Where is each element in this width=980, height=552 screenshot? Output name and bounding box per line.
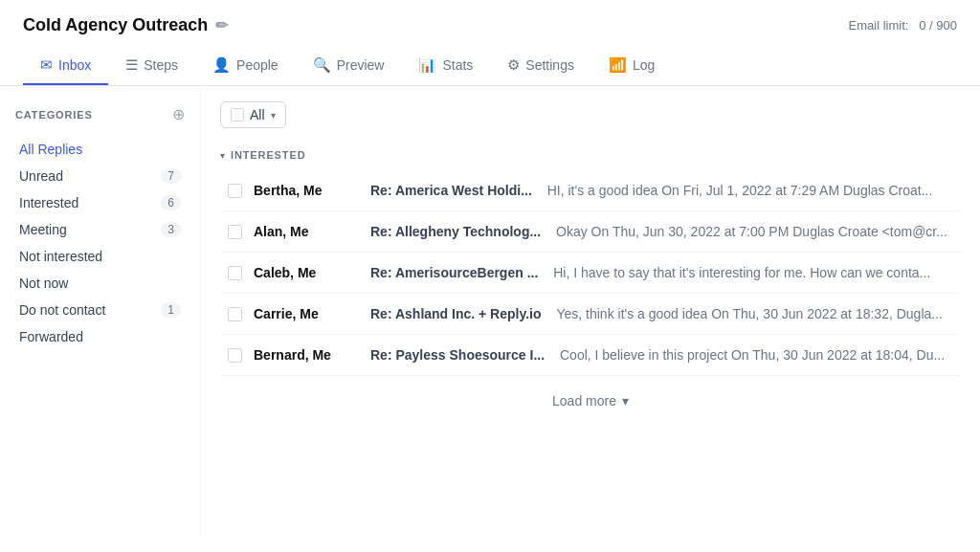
sender-2: Alan, Me	[254, 224, 359, 239]
interested-badge: 6	[161, 195, 181, 210]
row-checkbox-3[interactable]	[228, 266, 242, 280]
not-interested-label: Not interested	[19, 249, 102, 264]
forwarded-label: Forwarded	[19, 329, 83, 344]
main-layout: Categories ⊕ All Replies Unread 7 Intere…	[0, 86, 980, 538]
edit-icon[interactable]: ✏	[215, 16, 228, 34]
preview-3: Hi, I have to say that it's interesting …	[553, 265, 953, 280]
preview-4: Yes, think it's a good idea On Thu, 30 J…	[556, 306, 953, 321]
inbox-icon: ✉	[40, 56, 53, 74]
title-row: Cold Agency Outreach ✏ Email limit: 0 / …	[23, 15, 957, 35]
preview-1: HI, it's a good idea On Fri, Jul 1, 2022…	[547, 183, 953, 198]
categories-header: Categories ⊕	[15, 105, 185, 123]
subject-3: Re: AmerisourceBergen ...	[370, 265, 542, 280]
sender-1: Bertha, Me	[254, 183, 359, 198]
table-row[interactable]: Carrie, Me Re: Ashland Inc. + Reply.io Y…	[220, 294, 961, 335]
tab-preview[interactable]: 🔍 Preview	[296, 47, 402, 85]
steps-icon: ☰	[125, 56, 138, 74]
tab-log[interactable]: 📶 Log	[591, 47, 672, 85]
tab-inbox[interactable]: ✉ Inbox	[23, 47, 108, 85]
subject-4: Re: Ashland Inc. + Reply.io	[370, 306, 545, 321]
filter-label: All	[250, 107, 265, 122]
stats-icon: 📊	[418, 56, 436, 74]
load-more-label: Load more	[552, 393, 616, 408]
section-chevron-icon: ▾	[220, 150, 225, 161]
row-checkbox-5[interactable]	[228, 348, 242, 363]
section-title: Interested	[231, 149, 305, 161]
interested-section-header: ▾ Interested	[220, 144, 961, 166]
filter-chevron-icon: ▾	[271, 110, 276, 121]
all-replies-label: All Replies	[19, 142, 82, 157]
title-text: Cold Agency Outreach	[23, 15, 208, 35]
do-not-contact-label: Do not contact	[19, 302, 105, 318]
log-icon: 📶	[609, 56, 627, 74]
subject-1: Re: America West Holdi...	[370, 183, 536, 198]
sender-4: Carrie, Me	[254, 306, 359, 321]
unread-badge: 7	[161, 168, 181, 184]
preview-2: Okay On Thu, Jun 30, 2022 at 7:00 PM Dug…	[556, 224, 953, 239]
sender-3: Caleb, Me	[254, 265, 359, 280]
add-category-icon[interactable]: ⊕	[172, 105, 185, 123]
subject-5: Re: Payless Shoesource I...	[370, 347, 548, 363]
sidebar-item-not-now[interactable]: Not now	[15, 271, 185, 296]
preview-icon: 🔍	[313, 56, 331, 74]
people-icon: 👤	[212, 56, 231, 74]
sidebar-item-meeting[interactable]: Meeting 3	[15, 217, 185, 242]
app-title: Cold Agency Outreach ✏	[23, 15, 228, 35]
all-filter-button[interactable]: All ▾	[220, 101, 286, 128]
table-row[interactable]: Bertha, Me Re: America West Holdi... HI,…	[220, 170, 961, 211]
not-now-label: Not now	[19, 276, 68, 291]
settings-icon: ⚙	[507, 56, 520, 74]
nav-tabs: ✉ Inbox ☰ Steps 👤 People 🔍 Preview 📊 Sta…	[23, 47, 957, 85]
tab-steps-label: Steps	[144, 57, 178, 73]
table-row[interactable]: Alan, Me Re: Allegheny Technolog... Okay…	[220, 211, 961, 253]
unread-label: Unread	[19, 168, 63, 184]
table-row[interactable]: Bernard, Me Re: Payless Shoesource I... …	[220, 335, 961, 376]
do-not-contact-badge: 1	[161, 302, 181, 318]
tab-inbox-label: Inbox	[58, 57, 91, 73]
subject-2: Re: Allegheny Technolog...	[370, 224, 545, 239]
header: Cold Agency Outreach ✏ Email limit: 0 / …	[0, 0, 980, 86]
content-area: All ▾ ▾ Interested Bertha, Me Re: Americ…	[201, 86, 980, 538]
sidebar-item-unread[interactable]: Unread 7	[15, 164, 185, 188]
sidebar-item-not-interested[interactable]: Not interested	[15, 244, 185, 269]
tab-people-label: People	[236, 57, 278, 73]
filter-bar: All ▾	[220, 101, 961, 128]
tab-log-label: Log	[633, 57, 655, 73]
row-checkbox-4[interactable]	[228, 307, 242, 321]
row-checkbox-2[interactable]	[228, 225, 242, 239]
tab-stats[interactable]: 📊 Stats	[401, 47, 490, 85]
sidebar: Categories ⊕ All Replies Unread 7 Intere…	[0, 86, 201, 538]
sender-5: Bernard, Me	[254, 347, 359, 363]
tab-settings[interactable]: ⚙ Settings	[490, 47, 591, 85]
meeting-badge: 3	[161, 222, 181, 237]
interested-label: Interested	[19, 195, 78, 210]
meeting-label: Meeting	[19, 222, 67, 237]
email-limit: Email limit: 0 / 900	[849, 18, 957, 33]
filter-checkbox	[231, 108, 244, 121]
load-more-button[interactable]: Load more ▾	[220, 376, 961, 426]
tab-people[interactable]: 👤 People	[195, 47, 296, 85]
preview-5: Cool, I believe in this project On Thu, …	[560, 347, 953, 363]
tab-preview-label: Preview	[337, 57, 385, 73]
table-row[interactable]: Caleb, Me Re: AmerisourceBergen ... Hi, …	[220, 253, 961, 294]
categories-label: Categories	[15, 109, 93, 121]
email-list: Bertha, Me Re: America West Holdi... HI,…	[220, 170, 961, 376]
tab-stats-label: Stats	[442, 57, 473, 73]
sidebar-item-forwarded[interactable]: Forwarded	[15, 324, 185, 349]
load-more-icon: ▾	[622, 393, 629, 408]
sidebar-item-do-not-contact[interactable]: Do not contact 1	[15, 298, 185, 322]
row-checkbox-1[interactable]	[228, 184, 242, 198]
tab-steps[interactable]: ☰ Steps	[108, 47, 195, 85]
sidebar-item-interested[interactable]: Interested 6	[15, 190, 185, 215]
sidebar-item-all-replies[interactable]: All Replies	[15, 137, 185, 162]
tab-settings-label: Settings	[525, 57, 574, 73]
